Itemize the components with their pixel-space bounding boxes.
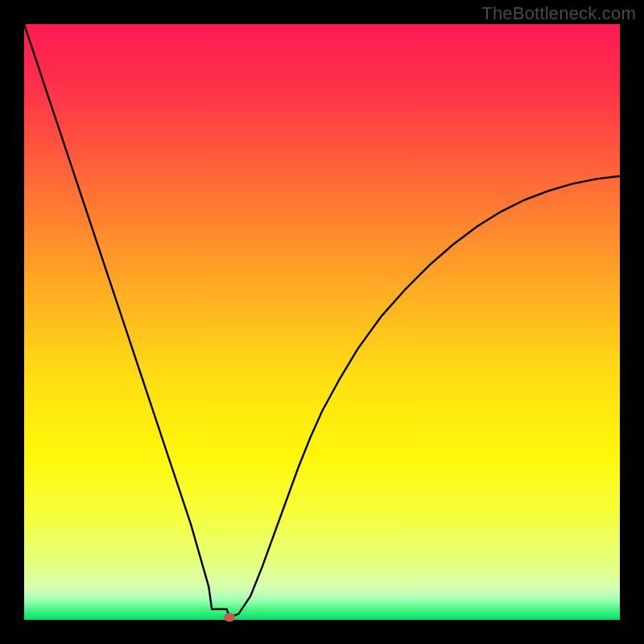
optimal-point-marker <box>224 613 235 621</box>
watermark: TheBottleneck.com <box>481 3 636 24</box>
plot-area <box>24 24 620 620</box>
gradient-background <box>24 24 620 620</box>
plot-frame <box>24 24 620 620</box>
chart-stage: TheBottleneck.com <box>0 0 644 644</box>
